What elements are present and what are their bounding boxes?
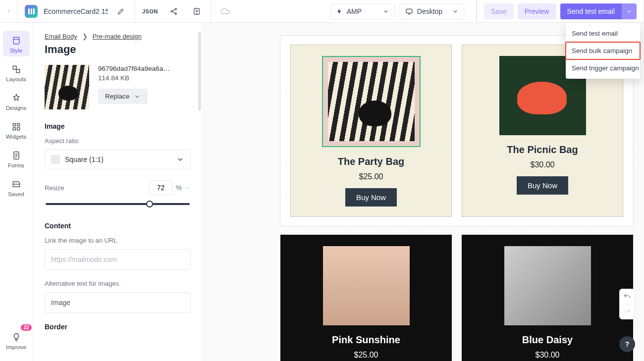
product-card[interactable]: Blue Daisy $30.00 bbox=[462, 235, 633, 361]
product-price: $25.00 bbox=[359, 172, 383, 181]
viewport-dropdown[interactable]: Desktop bbox=[400, 3, 464, 19]
svg-point-2 bbox=[175, 13, 176, 14]
svg-point-1 bbox=[175, 8, 176, 10]
rail-layouts[interactable]: Layouts bbox=[3, 59, 30, 85]
aspect-ratio-select[interactable]: Square (1:1) bbox=[45, 150, 191, 169]
breadcrumb-email-body[interactable]: Email Body bbox=[45, 33, 77, 40]
history-controls bbox=[619, 289, 635, 319]
resize-value-input[interactable] bbox=[149, 180, 173, 195]
amp-dropdown-label: AMP bbox=[347, 7, 362, 15]
preview-button[interactable]: Preview bbox=[518, 3, 556, 19]
rail-style[interactable]: Style bbox=[3, 31, 30, 56]
rail-widgets[interactable]: Widgets bbox=[3, 117, 30, 143]
rail-forms[interactable]: Forms bbox=[3, 146, 30, 171]
menu-item-send-test[interactable]: Send test email bbox=[566, 25, 640, 42]
svg-rect-4 bbox=[406, 9, 412, 13]
chevron-down-icon bbox=[176, 155, 184, 163]
svg-rect-11 bbox=[17, 128, 19, 130]
cloud-sync-icon[interactable] bbox=[218, 4, 232, 18]
svg-rect-6 bbox=[13, 66, 16, 69]
project-title-input[interactable] bbox=[44, 7, 108, 15]
alt-label: Alternative text for images bbox=[45, 280, 191, 287]
breadcrumb-separator: ❯ bbox=[82, 33, 88, 40]
send-menu-toggle[interactable] bbox=[622, 3, 637, 19]
send-menu: Send test email Send bulk campaign Send … bbox=[566, 23, 640, 79]
redo-button[interactable] bbox=[620, 304, 635, 319]
product-title: The Picnic Bag bbox=[507, 144, 578, 155]
viewport-dropdown-label: Desktop bbox=[417, 7, 442, 15]
svg-rect-10 bbox=[13, 128, 15, 130]
back-button[interactable] bbox=[0, 0, 18, 22]
email-body: The Party Bag $25.00 Buy Now The Picnic … bbox=[280, 36, 633, 361]
resize-slider[interactable] bbox=[45, 199, 191, 209]
json-button[interactable]: JSON bbox=[142, 8, 158, 14]
product-title: Blue Daisy bbox=[522, 334, 573, 346]
chevron-down-icon bbox=[382, 8, 389, 15]
help-button[interactable]: ? bbox=[619, 336, 635, 352]
side-panel: Email Body ❯ Pre-made design Image 96796… bbox=[33, 23, 203, 361]
rail-designs[interactable]: Designs bbox=[3, 88, 30, 114]
svg-rect-8 bbox=[13, 123, 15, 126]
product-card[interactable]: The Party Bag $25.00 Buy Now bbox=[290, 45, 452, 217]
product-title: Pink Sunshine bbox=[332, 334, 400, 346]
product-image[interactable] bbox=[328, 62, 415, 141]
section-image: Image bbox=[45, 122, 191, 130]
send-test-email-button[interactable]: Send test email bbox=[560, 3, 622, 19]
canvas-block-2[interactable]: Pink Sunshine $25.00 Blue Daisy $30.00 bbox=[280, 235, 633, 361]
share-icon[interactable] bbox=[167, 4, 181, 18]
chevron-down-icon bbox=[184, 184, 191, 191]
resize-unit: % bbox=[176, 184, 182, 192]
svg-rect-9 bbox=[17, 123, 19, 126]
product-card[interactable]: Pink Sunshine $25.00 bbox=[280, 235, 452, 361]
menu-item-send-trigger[interactable]: Send trigger campaign bbox=[566, 59, 640, 77]
nav-rail: Style Layouts Designs Widgets Forms Save… bbox=[0, 23, 33, 361]
replace-image-button[interactable]: Replace bbox=[98, 89, 148, 104]
aspect-ratio-label: Aspect ratio bbox=[45, 137, 191, 145]
product-image[interactable] bbox=[504, 246, 591, 325]
buy-now-button[interactable]: Buy Now bbox=[345, 188, 397, 206]
svg-point-0 bbox=[171, 10, 172, 12]
buy-now-button[interactable]: Buy Now bbox=[517, 176, 568, 195]
breadcrumb-premade-design[interactable]: Pre-made design bbox=[93, 33, 142, 40]
image-filesize: 114.84 KB bbox=[98, 74, 172, 82]
topbar: JSON AMP Desktop Save Pr bbox=[0, 0, 644, 23]
image-filename: 96796dad7f84a9ea6a5... bbox=[98, 65, 172, 72]
app-logo bbox=[25, 5, 38, 18]
url-label: Link the image to an URL bbox=[45, 237, 191, 244]
section-border: Border bbox=[45, 323, 191, 331]
section-content: Content bbox=[45, 222, 191, 230]
svg-rect-5 bbox=[13, 37, 19, 44]
scrollbar-thumb[interactable] bbox=[198, 32, 201, 111]
breadcrumb: Email Body ❯ Pre-made design bbox=[45, 33, 191, 40]
rail-improve[interactable]: 22 Improve bbox=[3, 327, 30, 353]
undo-button[interactable] bbox=[620, 289, 635, 304]
product-price: $25.00 bbox=[354, 351, 378, 360]
amp-dropdown[interactable]: AMP bbox=[330, 3, 395, 19]
panel-title: Image bbox=[45, 43, 191, 56]
image-alt-input[interactable] bbox=[45, 292, 191, 313]
chevron-down-icon bbox=[134, 93, 141, 100]
chevron-down-icon bbox=[452, 8, 459, 15]
resize-label: Resize bbox=[45, 184, 64, 192]
product-price: $30.00 bbox=[531, 160, 555, 169]
product-image[interactable] bbox=[323, 246, 410, 325]
image-url-input[interactable] bbox=[45, 249, 191, 270]
edit-title-icon[interactable] bbox=[114, 4, 128, 18]
product-price: $30.00 bbox=[536, 351, 560, 360]
notes-icon[interactable] bbox=[190, 4, 204, 18]
menu-item-send-bulk[interactable]: Send bulk campaign bbox=[565, 42, 641, 60]
rail-saved[interactable]: Saved bbox=[3, 174, 30, 200]
improve-badge: 22 bbox=[21, 324, 31, 331]
svg-rect-7 bbox=[16, 69, 20, 73]
save-button[interactable]: Save bbox=[484, 3, 514, 19]
image-thumbnail[interactable] bbox=[45, 65, 89, 109]
product-title: The Party Bag bbox=[338, 156, 404, 167]
